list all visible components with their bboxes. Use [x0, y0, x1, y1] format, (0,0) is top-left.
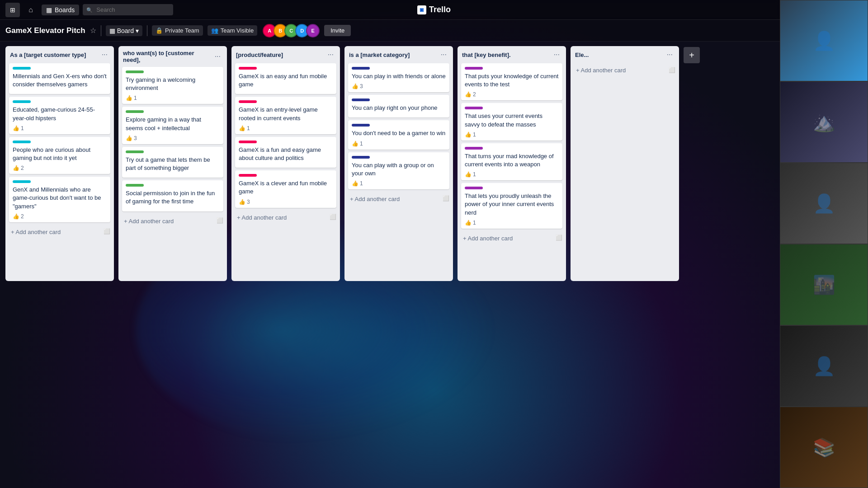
board-view-button[interactable]: ▦ Board ▾ — [106, 25, 142, 36]
card-vote-col1-3: 👍 2 — [13, 213, 24, 220]
add-card-button-col2[interactable]: + Add another card — [122, 215, 175, 227]
column-header-col4: is a [market category]··· — [348, 50, 449, 60]
add-card-row-col6: + Add another card⬜ — [574, 63, 675, 76]
search-input[interactable] — [83, 4, 173, 15]
star-button[interactable]: ☆ — [90, 26, 96, 35]
card-template-button-col6[interactable]: ⬜ — [669, 67, 675, 73]
vote-icon: 👍 — [465, 131, 472, 138]
card-template-button-col1[interactable]: ⬜ — [104, 228, 110, 235]
card-col2-3[interactable]: Social permission to join in the fun of … — [122, 180, 223, 211]
card-label-col4-1 — [352, 99, 370, 101]
trello-logo-text: Trello — [429, 5, 451, 14]
add-card-button-col6[interactable]: + Add another card — [574, 64, 627, 76]
video-tile-2[interactable]: 🏔️ — [780, 81, 868, 163]
card-text-col2-1: Explore gaming in a way that seems cool … — [126, 116, 220, 132]
card-label-col1-1 — [13, 100, 31, 103]
card-col4-3[interactable]: You can play with a group or on your own… — [348, 152, 449, 189]
column-menu-col2[interactable]: ··· — [213, 52, 222, 61]
card-footer-col1-3: 👍 2 — [13, 213, 107, 220]
add-column-button[interactable]: + — [684, 47, 700, 63]
board-btn-chevron: ▾ — [136, 27, 139, 34]
vote-icon: 👍 — [126, 95, 132, 101]
invite-button[interactable]: Invite — [324, 25, 351, 36]
vote-icon: 👍 — [352, 180, 359, 187]
card-label-col5-3 — [465, 187, 483, 189]
vote-count: 2 — [473, 91, 476, 98]
card-template-button-col2[interactable]: ⬜ — [217, 217, 223, 224]
card-footer-col4-3: 👍 1 — [352, 180, 446, 187]
column-menu-col1[interactable]: ··· — [100, 50, 109, 60]
video-tile-6[interactable]: 📚 — [780, 407, 868, 488]
card-col4-1[interactable]: You can play right on your phone — [348, 95, 449, 117]
board-btn-label: Board — [117, 27, 134, 34]
column-menu-col3[interactable]: ··· — [326, 50, 335, 60]
card-label-col5-1 — [465, 107, 483, 109]
board-header: GameX Elevator Pitch ☆ ▦ Board ▾ 🔒 Priva… — [0, 20, 868, 42]
column-col2: who want(s) to [customer need],···Try ga… — [118, 46, 227, 281]
person-silhouette-2: 🏔️ — [813, 112, 835, 133]
card-col2-0[interactable]: Try gaming in a welcoming environment👍 1 — [122, 67, 223, 104]
column-menu-col6[interactable]: ··· — [665, 50, 675, 60]
card-text-col1-0: Millennials and Gen X-ers who don't cons… — [13, 72, 107, 89]
card-vote-col4-2: 👍 1 — [352, 141, 363, 147]
card-vote-col4-3: 👍 1 — [352, 180, 363, 187]
card-col2-1[interactable]: Explore gaming in a way that seems cool … — [122, 107, 223, 144]
column-title-col1: As a [target customer type] — [10, 52, 100, 58]
video-tile-5[interactable]: 👤 — [780, 325, 868, 407]
column-menu-col4[interactable]: ··· — [439, 50, 448, 60]
search-container — [83, 4, 173, 15]
add-card-button-col4[interactable]: + Add another card — [348, 193, 401, 205]
board-icon: ▦ — [109, 27, 115, 34]
card-template-button-col5[interactable]: ⬜ — [556, 235, 562, 241]
card-footer-col4-2: 👍 1 — [352, 141, 446, 147]
card-col1-1[interactable]: Educated, game-curious 24-55-year-old hi… — [9, 97, 110, 134]
card-label-col1-0 — [13, 67, 31, 70]
card-col4-2[interactable]: You don't need to be a gamer to win👍 1 — [348, 120, 449, 149]
card-label-col3-3 — [239, 174, 257, 177]
card-col3-3[interactable]: GameX is a clever and fun mobile game👍 3 — [235, 170, 336, 207]
card-col4-0[interactable]: You can play in with friends or alone👍 3 — [348, 63, 449, 92]
member-avatar-5[interactable]: E — [306, 24, 320, 38]
video-tile-1[interactable]: 👤 — [780, 0, 868, 81]
add-card-button-col1[interactable]: + Add another card — [9, 226, 62, 238]
card-col1-2[interactable]: People who are curious about gaming but … — [9, 137, 110, 174]
invite-label: Invite — [330, 27, 344, 34]
card-col3-2[interactable]: GameX is a fun and easy game about cultu… — [235, 137, 336, 168]
home-button[interactable]: ⌂ — [24, 3, 38, 17]
card-col5-0[interactable]: That puts your knowledge of current even… — [461, 63, 562, 100]
card-template-button-col4[interactable]: ⬜ — [443, 195, 449, 202]
card-col5-3[interactable]: That lets you proudly unleash the power … — [461, 183, 562, 229]
video-tile-4[interactable]: 🌆 — [780, 244, 868, 325]
boards-button[interactable]: ▦ Boards — [42, 5, 79, 15]
card-col5-1[interactable]: That uses your current events savvy to d… — [461, 103, 562, 140]
card-col3-1[interactable]: GameX is an entry-level game rooted in c… — [235, 97, 336, 134]
card-col5-2[interactable]: That turns your mad knowledge of current… — [461, 143, 562, 180]
vote-icon: 👍 — [465, 91, 472, 98]
card-col3-0[interactable]: GameX is an easy and fun mobile game — [235, 63, 336, 94]
person-silhouette-5: 👤 — [813, 356, 835, 377]
card-text-col5-0: That puts your knowledge of current even… — [465, 72, 559, 89]
add-card-button-col3[interactable]: + Add another card — [235, 211, 288, 224]
team-visible-button[interactable]: 👥 Team Visible — [208, 25, 257, 36]
add-card-button-col5[interactable]: + Add another card — [461, 232, 514, 244]
add-card-row-col2: + Add another card⬜ — [122, 214, 223, 227]
private-team-button[interactable]: 🔒 Private Team — [152, 25, 203, 36]
card-footer-col3-1: 👍 1 — [239, 125, 333, 131]
video-tile-3[interactable]: 👤 — [780, 163, 868, 244]
lock-icon: 🔒 — [156, 27, 163, 34]
separator-2 — [147, 25, 147, 36]
card-text-col4-1: You can play right on your phone — [352, 104, 446, 112]
card-text-col5-2: That turns your mad knowledge of current… — [465, 152, 559, 169]
card-footer-col2-1: 👍 3 — [126, 135, 220, 141]
card-col1-3[interactable]: GenX and Millennials who are game-curiou… — [9, 177, 110, 222]
card-col1-0[interactable]: Millennials and Gen X-ers who don't cons… — [9, 63, 110, 94]
app-grid-button[interactable]: ⊞ — [5, 3, 20, 17]
topbar: ⊞ ⌂ ▦ Boards ▣ Trello 🔔 ℹ U — [0, 0, 868, 20]
column-menu-col5[interactable]: ··· — [552, 50, 561, 60]
column-title-col4: is a [market category] — [349, 52, 439, 58]
separator-1 — [101, 25, 101, 36]
column-col4: is a [market category]···You can play in… — [344, 46, 453, 281]
card-col2-2[interactable]: Try out a game that lets them be part of… — [122, 147, 223, 178]
card-template-button-col3[interactable]: ⬜ — [330, 214, 336, 220]
card-label-col1-3 — [13, 180, 31, 183]
